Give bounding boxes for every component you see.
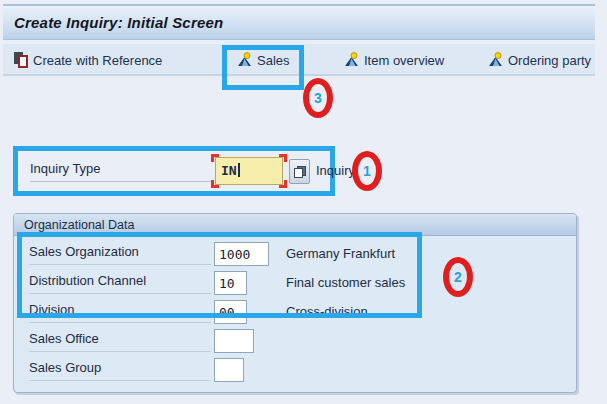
sales-button[interactable]: Sales [236, 48, 290, 72]
matchcode-icon [293, 165, 307, 179]
application-toolbar: Create with Reference Sales Item overvie… [3, 44, 595, 76]
item-overview-label: Item overview [364, 53, 444, 68]
sales-organization-row: Sales Organization 1000 Germany Frankfur… [14, 241, 576, 270]
distribution-channel-row: Distribution Channel 10 Final customer s… [14, 270, 576, 299]
item-overview-button[interactable]: Item overview [343, 48, 444, 72]
annotation-circle-2: 2 [443, 257, 473, 297]
ordering-party-button[interactable]: Ordering party [487, 48, 591, 72]
distribution-channel-label: Distribution Channel [29, 273, 211, 294]
annotation-number-1: 1 [363, 163, 371, 179]
sales-organization-label: Sales Organization [29, 244, 211, 265]
division-label: Division [29, 302, 211, 323]
annotation-number-2: 2 [454, 269, 462, 285]
sales-organization-input[interactable]: 1000 [214, 242, 269, 266]
person-icon [487, 52, 504, 68]
division-row: Division 00 Cross-division [14, 299, 576, 328]
sales-group-label: Sales Group [29, 360, 211, 381]
distribution-channel-description: Final customer sales [286, 275, 405, 290]
division-input[interactable]: 00 [214, 300, 247, 324]
person-icon [343, 52, 360, 68]
ordering-party-label: Ordering party [508, 53, 591, 68]
division-description: Cross-division [286, 304, 368, 319]
sales-office-row: Sales Office [14, 328, 576, 357]
text-cursor [238, 163, 240, 177]
sales-label: Sales [257, 53, 290, 68]
matchcode-button[interactable] [289, 159, 310, 184]
organizational-data-title: Organizational Data [14, 214, 576, 236]
sales-group-row: Sales Group [14, 357, 576, 386]
create-with-reference-label: Create with Reference [33, 53, 162, 68]
annotation-number-3: 3 [314, 90, 322, 106]
organizational-data-groupbox: Organizational Data Sales Organization 1… [13, 213, 577, 393]
person-icon [236, 52, 253, 68]
inquiry-type-description: Inquiry [316, 163, 355, 178]
sales-group-input[interactable] [214, 358, 244, 382]
create-with-reference-button[interactable]: Create with Reference [13, 48, 162, 72]
inquiry-type-field-selection: IN [211, 154, 287, 188]
inquiry-type-highlight-box: Inquiry Type IN Inquiry [13, 146, 335, 196]
inquiry-type-input[interactable]: IN [215, 157, 283, 185]
annotation-circle-3: 3 [303, 78, 333, 118]
title-bar: Create Inquiry: Initial Screen [3, 4, 595, 40]
annotation-circle-1: 1 [352, 151, 382, 191]
page-title: Create Inquiry: Initial Screen [3, 6, 595, 31]
sales-organization-description: Germany Frankfurt [286, 246, 395, 261]
inquiry-type-label: Inquiry Type [30, 161, 213, 182]
copy-icon [13, 52, 29, 69]
sales-office-input[interactable] [214, 329, 254, 353]
sales-office-label: Sales Office [29, 331, 211, 352]
distribution-channel-input[interactable]: 10 [214, 271, 247, 295]
